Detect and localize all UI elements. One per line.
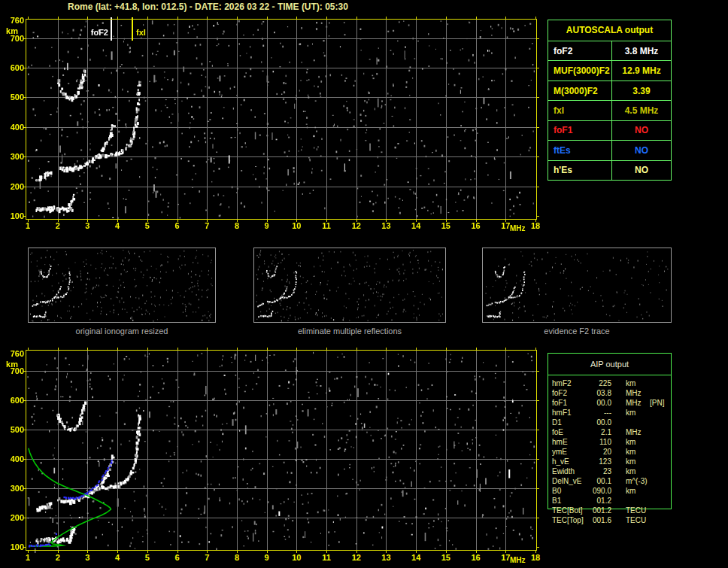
x-tick-label: 14 [407, 553, 425, 562]
autoscala-parameter-label: foF2 [548, 41, 611, 60]
aip-row-fof2: foF203.8MHz [548, 388, 672, 398]
aip-parameter-unit: km [626, 457, 635, 466]
aip-row-ewidth: Ewidth23km [548, 466, 672, 476]
x-tick-label: 1 [19, 553, 37, 562]
y-tick-label: 400 [0, 123, 24, 132]
x-tick-label: 7 [198, 221, 216, 230]
thumbnail-evidence-canvas [483, 248, 671, 322]
x-tick-label: 3 [78, 553, 96, 562]
autoscala-row-m3000f2: M(3000)F23.39 [548, 81, 671, 101]
x-tick-label: 6 [168, 221, 187, 230]
autoscala-parameter-value: 4.5 MHz [611, 101, 671, 120]
y-tick-label: 760 [0, 349, 24, 358]
x-tick-label: 18 [526, 221, 544, 230]
ionogram-plot [23, 16, 540, 222]
aip-parameter-unit: km [626, 486, 635, 496]
aip-parameter-unit: km [626, 437, 635, 447]
aip-row-foe: foE2.1MHz [548, 427, 672, 437]
aip-parameter-value: 001.6 [552, 515, 611, 525]
km-axis-unit-label: km [2, 360, 18, 369]
aip-parameter-unit: TECU [626, 515, 646, 525]
x-tick-label: 16 [467, 553, 485, 562]
y-tick-label: 300 [0, 152, 24, 161]
x-tick-label: 14 [407, 221, 425, 230]
aip-row-tecbot: TEC[Bot]001.2TECU [548, 506, 672, 515]
aip-parameter-value: 110 [552, 437, 611, 447]
aip-parameter-value: 00.0 [552, 418, 611, 427]
x-tick-label: 9 [258, 221, 276, 230]
aip-parameter-unit: m^(-3) [626, 476, 648, 486]
autoscala-window: Rome (lat: +41.8, lon: 012.5) - DATE: 20… [0, 0, 728, 568]
autoscala-row-fof2: foF23.8 MHz [548, 41, 671, 61]
autoscala-parameter-label: fxI [548, 101, 611, 120]
autoscala-row-fof1: foF1NO [548, 121, 671, 141]
thumbnail-caption: evidence F2 trace [482, 327, 672, 336]
x-tick-label: 8 [228, 553, 246, 562]
aip-ionogram-plot [23, 347, 540, 553]
aip-row-fof1: foF100.0MHz[PN] [548, 398, 672, 408]
aip-parameter-flag: [PN] [650, 398, 664, 408]
y-tick-label: 200 [0, 513, 24, 522]
x-tick-label: 2 [49, 553, 67, 562]
aip-header-divider [548, 375, 671, 375]
autoscala-row-ftes: ftEsNO [548, 141, 671, 160]
aip-row-yme: ymE20km [548, 447, 672, 457]
x-tick-label: 10 [287, 221, 305, 230]
mhz-axis-unit-label: MHz [510, 224, 526, 232]
thumbnail-caption: original ionogram resized [28, 327, 216, 336]
aip-parameter-value: 00.1 [552, 476, 611, 486]
aip-row-hme: hmE110km [548, 437, 672, 447]
x-tick-label: 5 [138, 221, 156, 230]
aip-parameter-value: 225 [552, 378, 611, 388]
aip-parameter-value: --- [552, 408, 611, 418]
aip-parameter-unit: km [626, 447, 635, 457]
aip-parameter-unit: km [626, 378, 635, 388]
aip-output-table: AIP output hmF2225kmfoF203.8MHzfoF100.0M… [548, 353, 672, 533]
y-tick-label: 400 [0, 454, 24, 463]
y-tick-label: 300 [0, 484, 24, 493]
aip-parameter-value: 00.0 [552, 398, 611, 408]
x-tick-label: 15 [437, 553, 455, 562]
x-tick-label: 1 [19, 221, 37, 230]
x-tick-label: 12 [347, 221, 366, 230]
x-tick-label: 7 [198, 553, 216, 562]
thumbnail-caption: eliminate multiple reflections [253, 327, 446, 336]
y-tick-label: 500 [0, 425, 24, 434]
autoscala-parameter-value: NO [611, 161, 671, 180]
aip-table-header: AIP output [548, 354, 672, 374]
y-tick-label: 200 [0, 182, 24, 191]
x-tick-label: 11 [317, 221, 335, 230]
aip-parameter-value: 001.2 [552, 506, 611, 515]
station-date-time-title: Rome (lat: +41.8, lon: 012.5) - DATE: 20… [68, 2, 348, 12]
x-tick-label: 13 [377, 221, 395, 230]
autoscala-parameter-label: foF1 [548, 121, 611, 140]
y-tick-label: 600 [0, 396, 24, 405]
x-tick-label: 11 [317, 553, 335, 562]
x-tick-label: 3 [78, 221, 96, 230]
y-tick-label: 100 [0, 211, 24, 220]
autoscala-parameter-value: 3.39 [611, 81, 671, 100]
autoscala-parameter-label: ftEs [548, 141, 611, 159]
aip-row-delnve: DelN_vE00.1m^(-3) [548, 476, 672, 486]
aip-parameter-unit: MHz [626, 427, 642, 437]
x-tick-label: 5 [138, 553, 156, 562]
thumbnail-eliminate-canvas [254, 248, 445, 322]
x-tick-label: 16 [467, 221, 485, 230]
x-tick-label: 15 [437, 221, 455, 230]
aip-row-b1: B101.2 [548, 496, 672, 506]
thumbnail-evidence-f2 [482, 248, 672, 323]
aip-parameter-value: 20 [552, 447, 611, 457]
autoscala-table-header: AUTOSCALA output [548, 20, 671, 41]
autoscala-parameter-value: 12.9 MHz [611, 61, 671, 80]
y-tick-label: 500 [0, 93, 24, 102]
autoscala-row-hes: h'EsNO [548, 161, 671, 180]
aip-parameter-unit: TECU [626, 506, 646, 515]
aip-row-d1: D100.0 [548, 418, 672, 427]
autoscala-output-table: AUTOSCALA output foF23.8 MHzMUF(3000)F21… [548, 20, 672, 181]
x-tick-label: 9 [258, 553, 276, 562]
aip-parameter-unit: MHz [626, 388, 642, 398]
autoscala-parameter-label: MUF(3000)F2 [548, 61, 611, 80]
km-axis-unit-label: km [2, 26, 18, 35]
autoscala-row-muf3000f2: MUF(3000)F212.9 MHz [548, 61, 671, 80]
x-tick-label: 18 [526, 553, 544, 562]
